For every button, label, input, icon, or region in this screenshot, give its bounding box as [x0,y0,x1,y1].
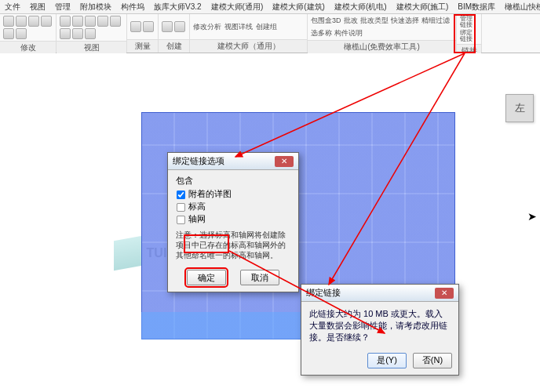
tab-manage[interactable]: 管理 [50,0,75,13]
tool-icon[interactable] [16,16,27,27]
tool-icon[interactable] [60,28,71,39]
tab-jm-shigong[interactable]: 建模大师(施工) [392,0,454,13]
btn-detail[interactable]: 视图详线 [224,22,253,32]
chk-attached-detail[interactable]: 附着的详图 [176,188,290,200]
group-jm-tongyong: 建模大师（通用） [190,39,307,53]
tab-jm-jianzhu[interactable]: 建模大师(建筑) [268,0,330,13]
close-icon[interactable]: ✕ [275,156,294,167]
dialog-message: 此链接大约为 10 MB 或更大。载入大量数据会影响性能，请考虑改用链接。是否继… [301,302,458,350]
btn-info[interactable]: 构件说明 [334,28,363,38]
tab-jm-tongyong[interactable]: 建模大师(通用) [206,0,268,13]
tool-icon[interactable] [41,16,52,27]
btn-batch2[interactable]: 批改类型 [360,16,389,26]
tool-icon[interactable] [110,16,121,27]
bind-link-options-dialog: 绑定链接选项 ✕ 包含 附着的详图 标高 轴网 注意：选择标高和轴网将创建除项目… [167,152,299,292]
btn-multi[interactable]: 选多称 [311,28,332,38]
group-modify: 修改 [0,41,56,54]
tool-icon[interactable] [72,16,83,27]
dialog-title: 绑定链接 [306,287,341,299]
no-button[interactable]: 否(N) [413,353,452,368]
tool-icon[interactable] [3,16,14,27]
btn-analysis[interactable]: 修改分析 [193,22,221,32]
btn-group[interactable]: 创建组 [256,22,277,32]
btn-bind-link[interactable]: 绑定链接 [460,30,478,42]
dialog-title: 绑定链接选项 [173,155,224,167]
btn-filter[interactable]: 精细过滤 [421,16,450,26]
group-gls-free: 橄榄山(免费效率工具) [308,40,456,53]
tab-view[interactable]: 视图 [25,0,50,13]
ok-button[interactable]: 确定 [187,270,226,285]
chk-grids[interactable]: 轴网 [176,213,290,225]
tool-icon[interactable] [174,21,185,32]
tab-jm-jidian[interactable]: 建模大师(机电) [330,0,392,13]
chk-levels[interactable]: 标高 [176,201,290,212]
tab-addins[interactable]: 附加模块 [75,0,116,13]
btn-bbox3d[interactable]: 包围盒3D [311,16,341,26]
tool-icon[interactable] [143,21,154,32]
tool-icon[interactable] [162,21,173,32]
group-measure: 测量 [127,39,158,53]
tool-icon[interactable] [130,21,141,32]
view-cube[interactable]: 左 [505,94,534,122]
group-view: 视图 [57,41,126,54]
include-label: 包含 [176,175,290,187]
tab-bim[interactable]: BIM数据库 [453,0,500,13]
tool-icon[interactable] [85,16,96,27]
yes-button[interactable]: 是(Y) [367,353,407,368]
tab-file[interactable]: 文件 [0,0,25,13]
tool-icon[interactable] [16,28,27,39]
btn-batch1[interactable]: 批改 [344,16,358,26]
close-icon[interactable]: ✕ [435,288,454,299]
ribbon: 修改 视图 测量 创建 修改分析 视图详线 创建组 建模大师（通用） 包围盒3D… [0,14,540,53]
btn-quicksel[interactable]: 快速选择 [391,16,419,26]
group-create: 创建 [159,39,189,53]
cancel-button[interactable]: 取消 [240,270,279,285]
tab-zuku[interactable]: 族库大师V3.2 [149,0,206,13]
cursor-icon: ➤ [527,210,537,223]
dialog-note: 注意：选择标高和轴网将创建除项目中已存在的标高和轴网外的其他命名唯一的标高和轴网… [176,230,290,260]
tool-icon[interactable] [72,28,83,39]
tool-icon[interactable] [3,28,14,39]
btn-manage-link[interactable]: 管理链接 [460,16,478,28]
tool-icon[interactable] [85,28,96,39]
tab-goujianwu[interactable]: 构件坞 [116,0,149,13]
tool-icon[interactable] [97,16,108,27]
ribbon-tabs[interactable]: 文件 视图 管理 附加模块 构件坞 族库大师V3.2 建模大师(通用) 建模大师… [0,0,540,14]
bind-link-confirm-dialog: 绑定链接 ✕ 此链接大约为 10 MB 或更大。载入大量数据会影响性能，请考虑改… [301,284,459,376]
tool-icon[interactable] [28,16,39,27]
tool-icon[interactable] [60,16,71,27]
tab-gls-free[interactable]: 橄榄山快模-免费版 [500,0,540,13]
